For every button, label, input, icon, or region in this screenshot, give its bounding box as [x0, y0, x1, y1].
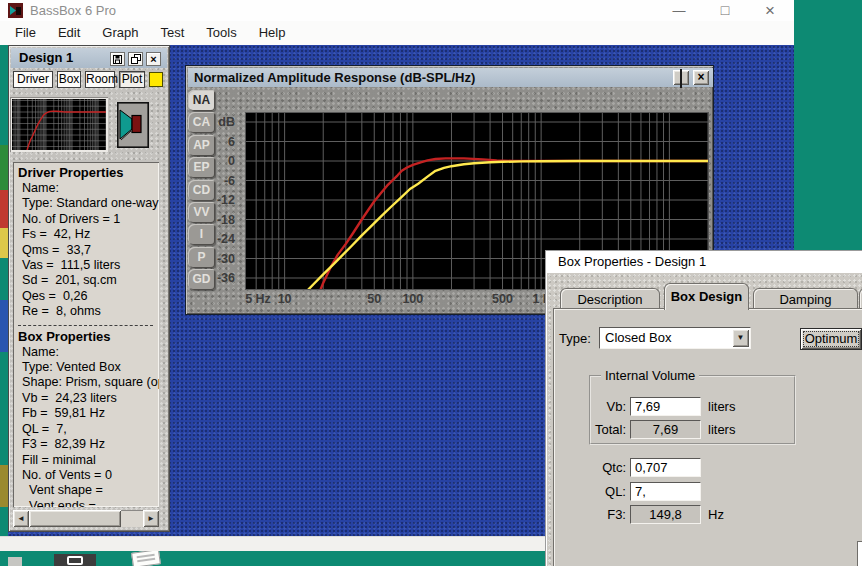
design-tab-driver[interactable]: Driver [13, 71, 53, 88]
x-tick-10: 10 [265, 292, 305, 306]
graph-window-title: Normalized Amplitude Response (dB-SPL/Hz… [194, 70, 475, 85]
field-f3: 149,8 [630, 505, 701, 524]
graph-mode-button-ep[interactable]: EP [188, 157, 215, 178]
field-qtc[interactable] [630, 458, 701, 477]
app-glyph-icon [67, 556, 83, 565]
field-ql[interactable] [630, 482, 701, 501]
field-label-ql: QL: [546, 484, 626, 499]
driver-property-line: Sd = 201, sq.cm [18, 273, 159, 288]
driver-property-line: Type: Standard one-way driv [18, 196, 159, 211]
speaker-box-icon[interactable] [117, 102, 149, 152]
desktop-icon-partial-2[interactable] [54, 554, 96, 566]
driver-property-line: Name: [18, 181, 159, 196]
design-tab-room[interactable]: Room [85, 71, 115, 88]
desktop-sliver [0, 45, 8, 536]
graph-mode-button-na[interactable]: NA [188, 90, 215, 111]
driver-property-line: Vas = 111,5 liters [18, 258, 159, 273]
save-design-button[interactable] [110, 52, 125, 66]
field-label-qtc: Qtc: [546, 460, 626, 475]
desktop-icon-sliver-yellow [0, 228, 8, 258]
field-label-vb: Vb: [546, 399, 626, 414]
dropdown-arrow-icon[interactable]: ▼ [732, 329, 749, 347]
menu-item-graph[interactable]: Graph [91, 21, 149, 45]
desktop-icon-partial-document[interactable] [131, 549, 161, 566]
design-tab-plot[interactable]: Plot [119, 71, 145, 88]
maximize-button[interactable]: □ [710, 1, 740, 20]
optimum-button[interactable]: Optimum [800, 328, 862, 350]
x-tick-50: 50 [354, 292, 394, 306]
app-icon [8, 3, 23, 22]
thumbnail-chart [12, 99, 106, 150]
desktop-icon-sliver-red [0, 190, 8, 228]
menu-item-file[interactable]: File [4, 21, 47, 45]
properties-separator [18, 325, 153, 326]
title-bar[interactable]: BassBox 6 Pro — □ × [0, 0, 794, 21]
box-properties-dialog: Box Properties - Design 1 Type: Closed B… [545, 250, 862, 566]
box-property-line: Vent ends = [18, 499, 159, 507]
driver-properties-heading: Driver Properties [18, 165, 159, 181]
dialog-tab-description[interactable]: Description [560, 288, 660, 310]
menu-bar: FileEditGraphTestToolsHelp [0, 21, 794, 45]
menu-item-help[interactable]: Help [248, 21, 297, 45]
scroll-right-arrow-icon[interactable]: ► [143, 510, 159, 527]
desktop-icon-sliver-blue [0, 300, 8, 352]
properties-list[interactable]: Driver PropertiesName:Type: Standard one… [13, 162, 159, 507]
graph-mode-button-cd[interactable]: CD [188, 180, 215, 201]
close-button[interactable]: × [755, 1, 785, 20]
scroll-left-arrow-icon[interactable]: ◄ [13, 510, 29, 527]
field-unit-vb: liters [708, 399, 735, 414]
box-properties-heading: Box Properties [18, 329, 159, 345]
design-panel: Design 1 × DriverBoxRoomPlot Driver Prop… [8, 45, 170, 532]
minimize-button[interactable]: — [664, 1, 694, 20]
box-property-line: F3 = 82,39 Hz [18, 437, 159, 452]
field-label-f3: F3: [546, 507, 626, 522]
graph-title-bar[interactable]: Normalized Amplitude Response (dB-SPL/Hz… [188, 68, 713, 87]
graph-mode-button-vv[interactable]: VV [188, 202, 215, 223]
dialog-tab-box-design[interactable]: Box Design [664, 283, 749, 310]
box-property-line: Shape: Prism, square (optimu [18, 375, 159, 390]
scrollbar-thumb[interactable] [29, 510, 121, 527]
box-property-line: Vb = 24,23 liters [18, 391, 159, 406]
window-title: BassBox 6 Pro [30, 3, 116, 18]
graph-mode-button-ca[interactable]: CA [188, 112, 215, 133]
box-property-line: QL = 7, [18, 422, 159, 437]
x-tick-100: 100 [393, 292, 433, 306]
response-thumbnail[interactable] [10, 97, 108, 152]
graph-mode-button-ap[interactable]: AP [188, 135, 215, 156]
graph-mode-button-i[interactable]: I [188, 224, 215, 245]
driver-property-line: Fs = 42, Hz [18, 227, 159, 242]
graph-mode-button-gd[interactable]: GD [188, 269, 215, 290]
field-unit-f3: Hz [708, 507, 724, 522]
box-property-line: Fb = 59,81 Hz [18, 406, 159, 421]
box-property-line: Fill = minimal [18, 453, 159, 468]
horizontal-scrollbar[interactable]: ◄ ► [13, 510, 159, 527]
field-total: 7,69 [630, 420, 701, 439]
close-design-button[interactable]: × [146, 52, 161, 66]
restore-window-button[interactable] [673, 70, 689, 85]
restore-icon [680, 69, 682, 88]
graph-mode-button-p[interactable]: P [188, 247, 215, 268]
box-property-line: Type: Vented Box [18, 360, 159, 375]
box-property-line: Vent shape = [18, 483, 159, 498]
design-panel-title-bar[interactable]: Design 1 × [11, 48, 167, 68]
box-type-dropdown[interactable]: Closed Box ▼ [599, 327, 751, 349]
field-label-total: Total: [546, 422, 626, 437]
duplicate-design-button[interactable] [128, 52, 143, 66]
document-line [137, 558, 155, 562]
design-tab-box[interactable]: Box [57, 71, 81, 88]
dialog-tab-damping[interactable]: Damping [753, 288, 858, 310]
partial-control [857, 541, 862, 566]
plot-color-swatch[interactable] [149, 72, 163, 87]
menu-item-test[interactable]: Test [150, 21, 196, 45]
menu-item-tools[interactable]: Tools [195, 21, 247, 45]
driver-property-line: Qes = 0,26 [18, 289, 159, 304]
box-property-line: No. of Vents = 0 [18, 468, 159, 483]
desktop-icon-partial-1[interactable] [8, 557, 22, 566]
field-unit-total: liters [708, 422, 735, 437]
driver-property-line: Re = 8, ohms [18, 304, 159, 319]
close-graph-button[interactable]: × [693, 70, 709, 85]
driver-property-line: No. of Drivers = 1 [18, 212, 159, 227]
field-vb[interactable] [630, 397, 701, 416]
menu-item-edit[interactable]: Edit [47, 21, 91, 45]
x-tick-500: 500 [483, 292, 523, 306]
